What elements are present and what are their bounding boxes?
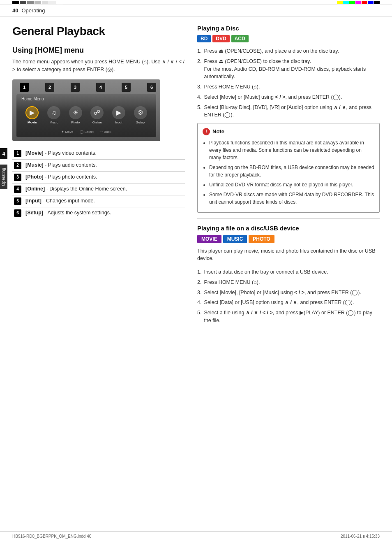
section-divider [197,218,380,219]
menu-title-bar: Home Menu [20,97,153,101]
home-menu-mockup: 1 2 3 4 5 6 Home Menu ▶ Movie [12,79,160,141]
footer-right: 2011-06-21 Ⅱ 4:15:33 [341,534,380,539]
list-item: 3. Select [Movie], [Photo] or [Music] us… [197,289,380,297]
menu-item-music: ♫ Music [47,106,60,124]
back-hint: ↵ Back [100,130,111,134]
file-steps-list: 1. Insert a data disc on the tray or con… [197,268,380,325]
table-row: 1 [Movie] - Plays video contents. [12,148,185,160]
bd-badge: BD [197,35,211,42]
menu-icons-row: ▶ Movie ♫ Music ☀ Photo ☍ [20,104,153,127]
table-row: 3 [Photo] - Plays photo contents. [12,171,185,183]
note-label: Note [212,128,224,136]
music-badge: MUSIC [223,235,247,243]
list-item: Some DVD-VR discs are made with CPRM dat… [209,191,374,206]
badge-5: 5 [122,83,131,92]
online-label: Online [92,121,102,124]
photo-badge: PHOTO [249,235,274,243]
input-label: Input [115,121,122,124]
chapter-label: Operating [0,165,7,189]
item-desc-1: [Movie] - Plays video contents. [24,148,185,160]
input-icon: ▶ [112,106,125,119]
menu-items-table: 1 [Movie] - Plays video contents. 2 [Mus… [12,148,185,219]
list-item: Playback functions described in this man… [209,139,374,161]
online-icon: ☍ [90,106,104,119]
dvd-badge: DVD [212,35,229,42]
note-icon: ! [203,128,210,135]
page-number: 40 [12,7,18,14]
left-column: General Playback Using [HOME] menu The h… [12,25,185,327]
note-title: ! Note [203,128,374,136]
item-desc-5: [Input] - Changes input mode. [24,195,185,207]
item-desc-2: [Music] - Plays audio contents. [24,159,185,171]
disc-steps-list: 1. Press ⏏ (OPEN/CLOSE), and place a dis… [197,47,380,119]
item-badge-2: 2 [14,162,21,169]
music-label: Music [50,121,58,124]
disc-badges: BD DVD ACD [197,35,380,42]
item-badge-1: 1 [14,150,21,157]
badge-1: 1 [20,83,29,92]
list-item: 5. Select [Blu-ray Disc], [DVD], [VR] or… [197,104,380,119]
item-badge-4: 4 [14,186,21,193]
acd-badge: ACD [231,35,249,42]
menu-item-movie: ▶ Movie [25,106,39,124]
table-row: 5 [Input] - Changes input mode. [12,195,185,207]
badge-2: 2 [45,83,54,92]
item-badge-3: 3 [14,174,21,181]
list-item: 5. Select a file using ∧ / ∨ / < / >, an… [197,309,380,325]
media-badges: MOVIE MUSIC PHOTO [197,235,380,243]
menu-item-photo: ☀ Photo [69,106,82,124]
menu-item-input: ▶ Input [112,106,125,124]
movie-label: Movie [28,121,37,124]
photo-label: Photo [71,121,80,124]
table-row: 4 [Online] - Displays the Online Home sc… [12,183,185,195]
playing-disc-title: Playing a Disc [197,25,380,32]
top-color-bars [337,1,380,4]
list-item: Depending on the BD-ROM titles, a USB de… [209,164,374,179]
list-item: 4. Select [Data] or [USB] option using ∧… [197,299,380,306]
chapter-number: 4 [0,148,7,159]
page-section: Operating [21,7,45,14]
move-hint: ✦ Move [61,130,73,134]
setup-label: Setup [136,121,145,124]
menu-item-setup: ⚙ Setup [134,106,147,124]
subsection-title: Using [HOME] menu [12,46,185,55]
table-row: 2 [Music] - Plays audio contents. [12,159,185,171]
right-column: Playing a Disc BD DVD ACD 1. Press ⏏ (OP… [197,25,380,327]
item-badge-5: 5 [14,197,21,205]
list-item: 1. Insert a data disc on the tray or con… [197,268,380,276]
setup-icon: ⚙ [134,106,147,119]
file-intro-text: This player can play movie, music and ph… [197,247,380,263]
photo-icon: ☀ [69,106,82,119]
list-item: 2. Press HOME MENU (⌂). [197,279,380,286]
list-item: 2. Press ⏏ (OPEN/CLOSE) to close the dis… [197,58,380,81]
top-registration-area [0,0,392,5]
list-item: Unfinalized DVD VR format discs may not … [209,181,374,188]
menu-item-online: ☍ Online [90,106,104,124]
badge-row: 1 2 3 4 5 6 [16,83,156,92]
menu-screen: Home Menu ▶ Movie ♫ Music ☀ Pho [16,94,156,137]
intro-text: The home menu appears when you press HOM… [12,58,185,74]
footer: HB916-RD0_BGBRPPK_OM_ENG.indd 40 2011-06… [0,531,392,541]
list-item: 4. Select [Movie] or [Music] using < / >… [197,93,380,101]
menu-bottom-bar: ✦ Move ◯ Select ↵ Back [20,130,153,134]
note-list: Playback functions described in this man… [203,139,374,206]
item-desc-3: [Photo] - Plays photo contents. [24,171,185,183]
item-desc-6: [Setup] - Adjusts the system settings. [24,207,185,219]
list-item: 3. Press HOME MENU (⌂). [197,83,380,91]
table-row: 6 [Setup] - Adjusts the system settings. [12,207,185,219]
movie-icon: ▶ [25,106,39,119]
item-desc-4: [Online] - Displays the Online Home scre… [24,183,185,195]
header-strip: 40 Operating [0,5,392,16]
movie-badge: MOVIE [197,235,221,243]
badge-3: 3 [71,83,80,92]
main-title: General Playback [12,25,185,38]
item-badge-6: 6 [14,209,21,217]
main-content: General Playback Using [HOME] menu The h… [0,16,392,335]
select-hint: ◯ Select [80,130,93,134]
badge-6: 6 [147,83,156,92]
left-reg-bars [12,1,63,4]
list-item: 1. Press ⏏ (OPEN/CLOSE), and place a dis… [197,47,380,55]
footer-left: HB916-RD0_BGBRPPK_OM_ENG.indd 40 [12,534,91,539]
playing-file-title: Playing a file on a disc/USB device [197,225,380,232]
badge-4: 4 [96,83,105,92]
